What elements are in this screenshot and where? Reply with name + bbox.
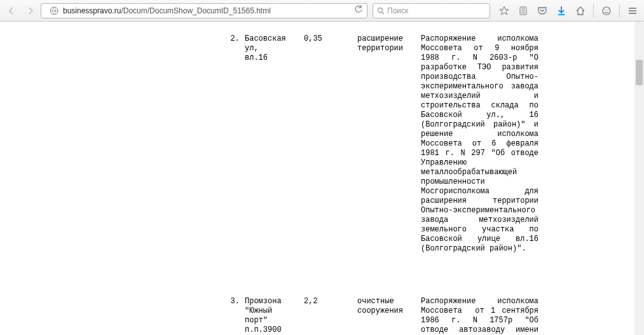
table-row: 2. Басовская ул, вл.16 0,35 расширение т…: [10, 34, 634, 254]
row-area: 2,2: [304, 297, 357, 306]
download-icon[interactable]: [552, 3, 570, 19]
svg-point-1: [378, 8, 383, 12]
svg-line-2: [382, 12, 384, 14]
scrollbar-thumb[interactable]: [636, 60, 643, 85]
refresh-button[interactable]: [354, 5, 363, 16]
row-address: Басовская ул, вл.16: [245, 34, 304, 63]
svg-point-8: [605, 9, 606, 10]
table-row: 3. Промзона "Южный порт" п.п.3900 2,2 оч…: [10, 297, 634, 335]
forward-button[interactable]: [22, 3, 39, 19]
row-address: Промзона "Южный порт" п.п.3900: [245, 297, 304, 335]
search-icon: [377, 7, 385, 15]
page-content: 2. Басовская ул, вл.16 0,35 расширение т…: [10, 22, 634, 335]
search-placeholder: Поиск: [387, 6, 408, 15]
browser-toolbar: businesspravo.ru/Docum/DocumShow_DocumID…: [0, 0, 644, 22]
clipboard-icon[interactable]: [514, 3, 532, 19]
menu-icon[interactable]: [624, 3, 641, 19]
star-icon[interactable]: [495, 3, 513, 19]
vertical-scrollbar[interactable]: [634, 22, 644, 335]
row-document: Распоряжение исполкома Моссовета от 1 се…: [421, 297, 538, 335]
svg-point-9: [608, 9, 609, 10]
row-document: Распоряжение исполкома Моссовета от 9 но…: [421, 34, 538, 254]
url-bar[interactable]: businesspravo.ru/Docum/DocumShow_DocumID…: [41, 3, 367, 18]
row-area: 0,35: [304, 34, 357, 44]
row-number: 3.: [10, 297, 245, 306]
back-button[interactable]: [3, 3, 20, 19]
separator: [619, 4, 620, 17]
row-purpose: очистные сооружения: [357, 297, 421, 316]
separator: [593, 4, 594, 17]
home-icon[interactable]: [572, 3, 589, 19]
row-purpose: расширение территории: [357, 34, 421, 53]
svg-point-7: [603, 7, 610, 15]
smiley-icon[interactable]: [598, 3, 615, 19]
globe-icon: [49, 6, 59, 16]
document-body: 2. Басовская ул, вл.16 0,35 расширение т…: [10, 22, 634, 335]
pocket-icon[interactable]: [533, 3, 551, 19]
search-bar[interactable]: Поиск: [373, 3, 490, 18]
row-number: 2.: [10, 34, 245, 44]
url-text: businesspravo.ru/Docum/DocumShow_DocumID…: [63, 6, 271, 15]
